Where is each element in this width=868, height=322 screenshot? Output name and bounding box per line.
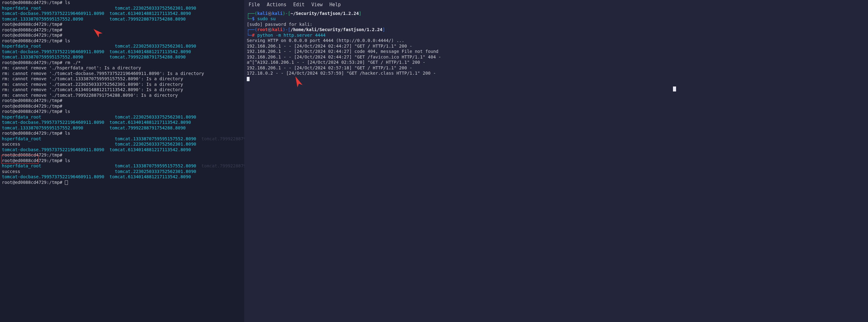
terminal-line: root@ed0088cd4729:/tmp# ls — [2, 0, 242, 6]
kali-prompt-line1: ┌──(kali㉿kali)-[~/Security/fastjson/1.2.… — [247, 11, 866, 16]
cursor-icon — [247, 77, 250, 81]
terminal-line: hsperfdata_root tomcat.13338707595951575… — [2, 163, 242, 169]
terminal-line: root@ed0088cd4729:/tmp# — [2, 98, 242, 104]
cursor-icon — [65, 180, 68, 185]
terminal-line: tomcat-docbase.7995737522196460911.8090 … — [2, 174, 242, 180]
right-panel: File Actions Edit View Help ┌──(kali㉿kal… — [244, 0, 868, 322]
terminal-line: hsperfdata_root tomcat.13338707595951575… — [2, 136, 242, 142]
http-log-line: 172.18.0.2 - - [24/Oct/2024 02:57:59] "G… — [247, 71, 866, 76]
terminal-line: rm: cannot remove './tomcat.133387075959… — [2, 76, 242, 82]
terminal-line: rm: cannot remove './tomcat.223025033375… — [2, 82, 242, 87]
terminal-line: root@ed0088cd4729:/tmp# ls — [2, 109, 242, 114]
terminal-line: tomcat.1333870759595157552.8090 tomcat.7… — [2, 55, 242, 60]
terminal-line: tomcat.1333870759595157552.8090 tomcat.7… — [2, 126, 242, 131]
menu-edit[interactable]: Edit — [293, 2, 304, 8]
terminal-line: root@ed0088cd4729:/tmp# ls — [2, 158, 242, 164]
http-log-line: a^[^A192.168.206.1 - - [24/Oct/2024 02:5… — [247, 60, 866, 65]
mouse-cursor-icon — [673, 86, 676, 92]
terminal-line: root@ed0088cd4729:/tmp# rm ./* — [2, 60, 242, 66]
terminal-line: root@ed0088cd4729:/tmp# ls — [2, 131, 242, 136]
menu-file[interactable]: File — [249, 2, 260, 8]
terminal-line: tomcat-docbase.7995737522196460911.8090 … — [2, 49, 242, 55]
terminal-line: root@ed0088cd4729:/tmp# — [2, 27, 242, 33]
http-log-line: 192.168.206.1 - - [24/Oct/2024 02:57:18]… — [247, 65, 866, 71]
http-log-line: 192.168.206.1 - - [24/Oct/2024 02:44:27]… — [247, 43, 866, 49]
terminal-line: tomcat-docbase.7995737522196460911.8090 … — [2, 11, 242, 16]
menu-actions[interactable]: Actions — [267, 2, 286, 8]
terminal-line: success tomcat.2230250333752562301.8090 — [2, 169, 242, 175]
server-output: Serving HTTP on 0.0.0.0 port 4444 (http:… — [247, 38, 866, 43]
http-log-line: 192.168.206.1 - - [24/Oct/2024 02:44:27]… — [247, 55, 866, 60]
http-log-line: 192.168.206.1 - - [24/Oct/2024 02:44:27]… — [247, 49, 866, 55]
kali-root-prompt-line1: ┌──(root㉿kali)-[/home/kali/Security/fast… — [247, 27, 866, 33]
kali-root-prompt-line2: └─# python -m http.server 4444 — [247, 33, 866, 38]
terminal-line: hsperfdata_root tomcat.22302503337525623… — [2, 43, 242, 49]
terminal-line: hsperfdata_root tomcat.22302503337525623… — [2, 6, 242, 11]
terminal-line: rm: cannot remove './tomcat.613401488121… — [2, 87, 242, 93]
terminal-line: tomcat-docbase.7995737522196460911.8090 … — [2, 120, 242, 126]
left-terminal[interactable]: root@ed0088cd4729:/tmp# ls hsperfdata_ro… — [0, 0, 244, 322]
terminal-prompt[interactable]: root@ed0088cd4729:/tmp# — [2, 180, 242, 185]
terminal-line: root@ed0088cd4729:/tmp# — [2, 152, 242, 158]
right-terminal[interactable]: ┌──(kali㉿kali)-[~/Security/fastjson/1.2.… — [244, 10, 868, 83]
terminal-line: tomcat-docbase.7995737522196460911.8090 … — [2, 147, 242, 153]
terminal-line: hsperfdata_root tomcat.22302503337525623… — [2, 114, 242, 120]
terminal-line: root@ed0088cd4729:/tmp# ls — [2, 38, 242, 44]
terminal-line: rm: cannot remove './tomcat-docbase.7995… — [2, 71, 242, 76]
menu-help[interactable]: Help — [330, 2, 341, 8]
terminal-line: rm: cannot remove './tomcat.799922887917… — [2, 93, 242, 98]
kali-prompt-line2: └─$ sudo su — [247, 16, 866, 22]
cursor-line — [247, 76, 866, 82]
sudo-prompt: [sudo] password for kali: — [247, 22, 866, 27]
menu-view[interactable]: View — [311, 2, 322, 8]
terminal-line: root@ed0088cd4729:/tmp# — [2, 104, 242, 109]
menubar: File Actions Edit View Help — [244, 0, 868, 10]
terminal-line: tomcat.1333870759595157552.8090 tomcat.7… — [2, 16, 242, 22]
terminal-line: success tomcat.2230250333752562301.8090 — [2, 142, 242, 147]
terminal-line: root@ed0088cd4729:/tmp# — [2, 22, 242, 27]
terminal-line: rm: cannot remove './hsperfdata_root': I… — [2, 65, 242, 71]
terminal-line: root@ed0088cd4729:/tmp# — [2, 33, 242, 38]
